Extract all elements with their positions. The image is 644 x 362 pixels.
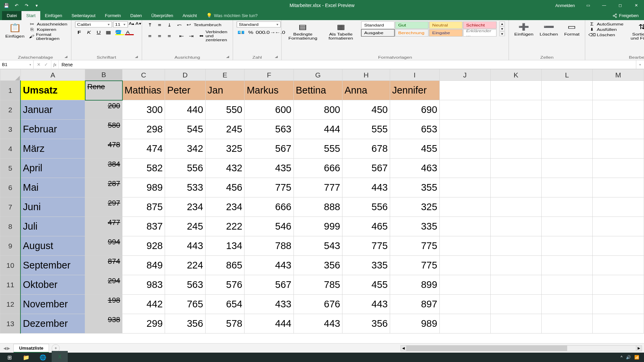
cell-J12[interactable] bbox=[439, 295, 490, 314]
cell-M3[interactable] bbox=[592, 120, 644, 139]
cell-A1[interactable]: Umsatz bbox=[20, 81, 85, 100]
cell-B7[interactable]: 297 bbox=[85, 197, 122, 217]
cell-E8[interactable]: 222 bbox=[205, 217, 245, 236]
formula-input[interactable]: Rene bbox=[59, 60, 636, 69]
cell-A2[interactable]: Januar bbox=[20, 100, 85, 120]
cell-J10[interactable] bbox=[439, 256, 490, 275]
cell-G7[interactable]: 888 bbox=[293, 197, 342, 217]
align-top-icon[interactable]: ⤒ bbox=[146, 21, 154, 28]
style-ausgabe[interactable]: Ausgabe bbox=[361, 29, 395, 37]
cell-I3[interactable]: 653 bbox=[390, 120, 439, 139]
font-size-select[interactable]: 11▾ bbox=[113, 21, 128, 27]
wrap-text-button[interactable]: ↩Textumbruch bbox=[185, 22, 221, 27]
row-header-9[interactable]: 9 bbox=[0, 236, 21, 256]
cell-B11[interactable]: 294 bbox=[85, 275, 122, 295]
cell-M11[interactable] bbox=[592, 275, 644, 295]
cell-K13[interactable] bbox=[490, 314, 541, 334]
cell-C5[interactable]: 582 bbox=[122, 159, 165, 178]
cell-H3[interactable]: 555 bbox=[342, 120, 390, 139]
cell-K3[interactable] bbox=[490, 120, 541, 139]
cell-M1[interactable] bbox=[592, 81, 644, 100]
cell-L5[interactable] bbox=[541, 159, 592, 178]
cell-E2[interactable]: 550 bbox=[205, 100, 245, 120]
style-neutral[interactable]: Neutral bbox=[429, 21, 463, 29]
tray-up-icon[interactable]: ^ bbox=[621, 355, 623, 360]
tab-seitenlayout[interactable]: Seitenlayout bbox=[67, 11, 100, 20]
cell-H6[interactable]: 443 bbox=[342, 178, 390, 197]
expand-formula-bar-icon[interactable]: ▾ bbox=[636, 60, 644, 69]
cell-J3[interactable] bbox=[439, 120, 490, 139]
row-header-10[interactable]: 10 bbox=[0, 256, 21, 275]
cell-B9[interactable]: 994 bbox=[85, 236, 122, 256]
autosum-button[interactable]: ΣAutoSumme bbox=[589, 21, 624, 27]
column-header-M[interactable]: M bbox=[592, 69, 644, 81]
save-icon[interactable]: 💾 bbox=[3, 2, 10, 9]
format-painter-button[interactable]: 🖌Format übertragen bbox=[29, 32, 67, 41]
task-explorer-icon[interactable]: 📁 bbox=[18, 351, 34, 362]
cell-D10[interactable]: 224 bbox=[165, 256, 205, 275]
cell-F1[interactable]: Markus bbox=[245, 81, 293, 100]
cell-F13[interactable]: 444 bbox=[245, 314, 293, 334]
cell-I12[interactable]: 897 bbox=[390, 295, 439, 314]
cell-M5[interactable] bbox=[592, 159, 644, 178]
gallery-more-icon[interactable]: ▾ bbox=[499, 32, 505, 36]
format-as-table-button[interactable]: ▦Als Tabelle formatieren bbox=[323, 21, 358, 41]
tab-einfuegen[interactable]: Einfügen bbox=[40, 11, 67, 20]
paste-button[interactable]: 📋 Einfügen bbox=[4, 21, 26, 39]
dialog-launcher-icon[interactable]: ◢ bbox=[64, 55, 70, 59]
undo-icon[interactable]: ↶ bbox=[13, 2, 20, 9]
row-header-3[interactable]: 3 bbox=[0, 120, 21, 139]
cell-A6[interactable]: Mai bbox=[20, 178, 85, 197]
cell-I7[interactable]: 325 bbox=[390, 197, 439, 217]
tray-volume-icon[interactable]: 🔊 bbox=[626, 355, 631, 360]
column-header-J[interactable]: J bbox=[439, 69, 490, 81]
cell-D8[interactable]: 245 bbox=[165, 217, 205, 236]
cell-I10[interactable]: 775 bbox=[390, 256, 439, 275]
number-format-select[interactable]: Standard▾ bbox=[236, 21, 281, 27]
cell-J13[interactable] bbox=[439, 314, 490, 334]
cell-E13[interactable]: 578 bbox=[205, 314, 245, 334]
cell-G8[interactable]: 999 bbox=[293, 217, 342, 236]
merge-center-button[interactable]: ⬌Verbinden und zentrieren bbox=[199, 29, 229, 42]
cell-B12[interactable]: 198 bbox=[85, 295, 122, 314]
cell-I11[interactable]: 899 bbox=[390, 275, 439, 295]
increase-font-icon[interactable]: A▴ bbox=[129, 21, 135, 27]
cell-F6[interactable]: 775 bbox=[245, 178, 293, 197]
cell-M9[interactable] bbox=[592, 236, 644, 256]
cell-D1[interactable]: Peter bbox=[165, 81, 205, 100]
cell-H4[interactable]: 678 bbox=[342, 139, 390, 159]
cell-C1[interactable]: Matthias bbox=[122, 81, 165, 100]
cell-E6[interactable]: 456 bbox=[205, 178, 245, 197]
cell-K5[interactable] bbox=[490, 159, 541, 178]
cell-K12[interactable] bbox=[490, 295, 541, 314]
align-center-icon[interactable]: ≡ bbox=[155, 33, 164, 39]
cell-L12[interactable] bbox=[541, 295, 592, 314]
column-header-C[interactable]: C bbox=[122, 69, 165, 81]
cell-H2[interactable]: 450 bbox=[342, 100, 390, 120]
cell-A11[interactable]: Oktober bbox=[20, 275, 85, 295]
cell-K6[interactable] bbox=[490, 178, 541, 197]
gallery-up-icon[interactable]: ▴ bbox=[499, 21, 505, 26]
cell-A8[interactable]: Juli bbox=[20, 217, 85, 236]
clear-button[interactable]: ⌫Löschen bbox=[589, 32, 624, 38]
style-standard[interactable]: Standard bbox=[361, 21, 395, 29]
cell-G12[interactable]: 676 bbox=[293, 295, 342, 314]
cell-D3[interactable]: 545 bbox=[165, 120, 205, 139]
cell-F11[interactable]: 567 bbox=[245, 275, 293, 295]
font-name-select[interactable]: Calibri▾ bbox=[75, 21, 112, 27]
cell-G1[interactable]: Bettina bbox=[293, 81, 342, 100]
task-excel-icon[interactable]: X bbox=[52, 351, 68, 362]
cell-L13[interactable] bbox=[541, 314, 592, 334]
cell-C6[interactable]: 989 bbox=[122, 178, 165, 197]
cell-J4[interactable] bbox=[439, 139, 490, 159]
cell-A4[interactable]: März bbox=[20, 139, 85, 159]
align-middle-icon[interactable]: ≡ bbox=[155, 21, 164, 28]
style-eingabe[interactable]: Eingabe bbox=[429, 29, 463, 37]
column-header-G[interactable]: G bbox=[293, 69, 342, 81]
tray-network-icon[interactable]: 📶 bbox=[634, 355, 639, 360]
redo-icon[interactable]: ↷ bbox=[23, 2, 30, 9]
cell-C11[interactable]: 983 bbox=[122, 275, 165, 295]
minimize-button[interactable]: — bbox=[596, 0, 612, 11]
ribbon-display-icon[interactable]: ▭ bbox=[580, 0, 596, 11]
cell-G9[interactable]: 543 bbox=[293, 236, 342, 256]
